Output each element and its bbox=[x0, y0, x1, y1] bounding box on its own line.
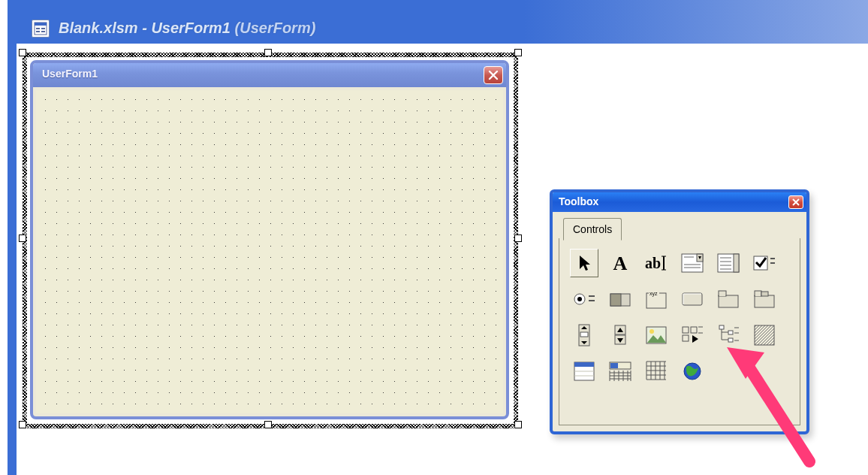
tool-checkbox[interactable] bbox=[750, 249, 779, 277]
spinbutton-icon bbox=[614, 325, 626, 346]
userform-design-surface[interactable] bbox=[36, 90, 503, 413]
image-icon bbox=[646, 326, 667, 344]
designer-window-titlebar[interactable]: Blank.xlsm - UserForm1 (UserForm) bbox=[8, 0, 868, 44]
svg-rect-5 bbox=[41, 31, 45, 32]
tool-textbox[interactable]: ab bbox=[642, 249, 671, 277]
tool-scrollbar[interactable] bbox=[570, 321, 598, 349]
svg-rect-40 bbox=[755, 295, 774, 307]
tool-image[interactable] bbox=[642, 321, 671, 349]
tool-webbrowser[interactable] bbox=[678, 357, 707, 386]
globe-icon bbox=[682, 361, 703, 382]
userform-window[interactable]: UserForm1 bbox=[30, 60, 509, 419]
svg-rect-30 bbox=[610, 294, 621, 306]
resize-handle-w[interactable] bbox=[19, 234, 26, 242]
svg-rect-55 bbox=[719, 325, 724, 329]
imagelist-icon bbox=[754, 325, 775, 346]
tool-refedit[interactable] bbox=[678, 321, 707, 349]
svg-rect-45 bbox=[580, 332, 588, 337]
close-icon bbox=[488, 70, 499, 80]
svg-rect-4 bbox=[41, 28, 45, 29]
toolbox-close-button[interactable] bbox=[788, 195, 803, 209]
tool-frame[interactable]: xyz bbox=[642, 285, 671, 313]
scrollbar-icon bbox=[578, 324, 590, 346]
pointer-cursor-icon bbox=[577, 254, 592, 272]
toolbox-titlebar[interactable]: Toolbox bbox=[553, 192, 806, 212]
commandbutton-icon bbox=[682, 291, 703, 307]
svg-rect-56 bbox=[728, 331, 733, 334]
label-a-icon: A bbox=[610, 253, 631, 273]
svg-rect-67 bbox=[610, 363, 618, 368]
tool-select-objects[interactable] bbox=[570, 249, 598, 277]
svg-rect-42 bbox=[761, 292, 768, 296]
resize-handle-s[interactable] bbox=[264, 421, 272, 428]
svg-rect-17 bbox=[734, 254, 739, 272]
tabstrip-icon bbox=[718, 290, 739, 308]
frame-icon: xyz bbox=[646, 289, 667, 309]
userform-caption: UserForm1 bbox=[42, 68, 98, 80]
tool-multipage[interactable] bbox=[750, 285, 779, 313]
toolbox-title: Toolbox bbox=[559, 195, 598, 207]
designer-left-rail bbox=[8, 0, 17, 475]
svg-rect-2 bbox=[36, 28, 40, 29]
svg-text:ab: ab bbox=[645, 255, 661, 271]
multipage-icon bbox=[754, 290, 775, 308]
svg-point-49 bbox=[649, 329, 654, 334]
svg-rect-1 bbox=[35, 23, 47, 26]
resize-handle-se[interactable] bbox=[514, 421, 522, 428]
svg-rect-51 bbox=[691, 327, 697, 333]
tool-togglebutton[interactable] bbox=[606, 285, 634, 313]
textbox-icon: ab bbox=[645, 255, 668, 271]
tool-spinbutton[interactable] bbox=[606, 321, 634, 349]
tool-datepicker[interactable] bbox=[642, 357, 671, 386]
resize-handle-sw[interactable] bbox=[19, 421, 26, 428]
resize-handle-e[interactable] bbox=[514, 234, 522, 242]
tool-listbox[interactable] bbox=[714, 249, 743, 277]
svg-point-26 bbox=[577, 297, 582, 301]
resize-handle-n[interactable] bbox=[264, 49, 272, 56]
tool-optionbutton[interactable] bbox=[570, 285, 598, 313]
tool-commandbutton[interactable] bbox=[678, 285, 707, 313]
listview-icon bbox=[574, 362, 595, 381]
designer-window-title: Blank.xlsm - UserForm1 (UserForm) bbox=[59, 20, 315, 37]
combobox-icon bbox=[682, 254, 703, 272]
resize-handle-nw[interactable] bbox=[19, 49, 26, 56]
svg-rect-34 bbox=[683, 293, 702, 305]
tool-combobox[interactable] bbox=[678, 249, 707, 277]
checkbox-icon bbox=[754, 254, 775, 272]
userform-close-button[interactable] bbox=[484, 66, 503, 84]
toolbox-tab-label: Controls bbox=[573, 223, 612, 235]
svg-text:xyz: xyz bbox=[649, 291, 658, 297]
toolbox-window[interactable]: Toolbox Controls A bbox=[550, 189, 809, 434]
tool-imagelist[interactable] bbox=[750, 321, 779, 349]
svg-rect-3 bbox=[36, 31, 40, 32]
svg-rect-52 bbox=[683, 335, 689, 341]
datepicker-grid-icon bbox=[646, 361, 667, 382]
tool-progressbar[interactable] bbox=[606, 357, 634, 386]
progressbar-icon bbox=[609, 362, 631, 381]
tool-treeview[interactable] bbox=[714, 321, 743, 349]
svg-rect-57 bbox=[728, 338, 733, 342]
svg-rect-63 bbox=[574, 362, 594, 367]
resize-handle-ne[interactable] bbox=[514, 49, 522, 56]
svg-rect-37 bbox=[719, 295, 738, 307]
userform-titlebar[interactable]: UserForm1 bbox=[33, 63, 506, 87]
treeview-icon bbox=[718, 325, 739, 346]
svg-rect-50 bbox=[683, 327, 689, 333]
toolbox-controls-panel: A ab bbox=[559, 238, 800, 425]
toolbox-tab-controls[interactable]: Controls bbox=[563, 218, 622, 241]
close-icon bbox=[792, 198, 800, 206]
tool-tabstrip[interactable] bbox=[714, 285, 743, 313]
form-document-icon bbox=[32, 20, 50, 38]
svg-rect-61 bbox=[755, 325, 774, 345]
tool-listview[interactable] bbox=[570, 357, 598, 386]
tool-label[interactable]: A bbox=[606, 249, 634, 277]
listbox-icon bbox=[718, 254, 739, 272]
togglebutton-icon bbox=[610, 290, 631, 308]
svg-text:A: A bbox=[613, 253, 628, 274]
optionbutton-icon bbox=[574, 290, 595, 308]
refedit-icon bbox=[682, 326, 703, 344]
